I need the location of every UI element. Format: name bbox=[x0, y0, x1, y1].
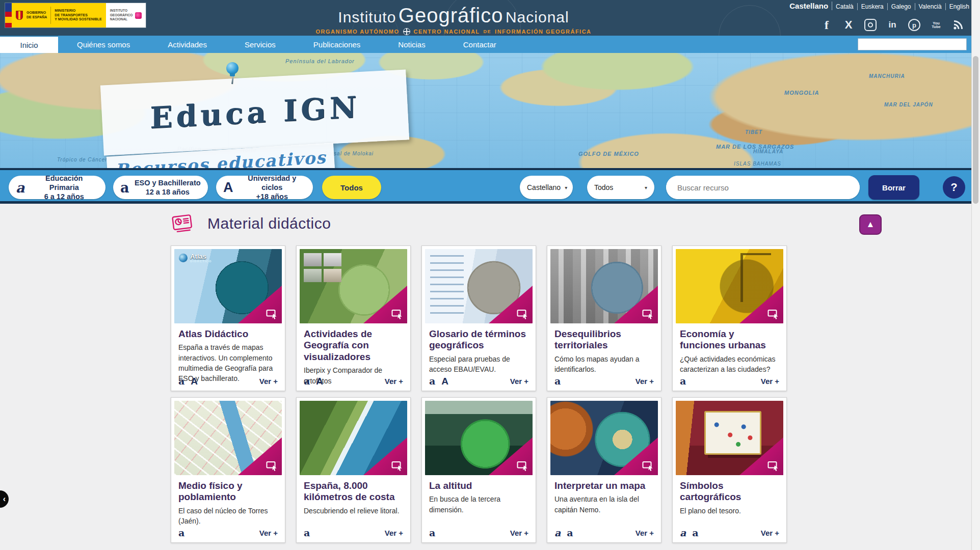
subtitle-informacion: Información Geográfica bbox=[495, 29, 591, 35]
x-twitter-icon[interactable]: X bbox=[842, 18, 855, 32]
filter-primaria-button[interactable]: a Educación Primaria6 a 12 años bbox=[9, 176, 105, 199]
banner-paper: Educa IGN bbox=[100, 69, 409, 155]
card-image[interactable] bbox=[550, 401, 658, 475]
facebook-icon[interactable]: f bbox=[820, 18, 833, 32]
resource-card: España, 8.000 kilómetros de costa Descub… bbox=[296, 397, 411, 543]
chevron-down-icon: ▾ bbox=[645, 185, 647, 190]
type-select[interactable]: Todos ▾ bbox=[587, 176, 654, 199]
youtube-icon[interactable]: YouTube bbox=[930, 18, 943, 32]
resource-search-input[interactable] bbox=[666, 176, 860, 199]
card-footer: a Ver + bbox=[554, 376, 654, 386]
filter-todos-button[interactable]: Todos bbox=[322, 176, 381, 199]
nav-inicio[interactable]: Inicio bbox=[0, 36, 58, 53]
level-icon-primaria: a bbox=[680, 528, 686, 538]
card-level-icons: aA bbox=[304, 376, 323, 386]
institute-label: INSTITUTO GEOGRÁFICO NACIONAL bbox=[110, 9, 133, 21]
level-icon-eso: a bbox=[178, 376, 184, 386]
filter-eso-button[interactable]: a ESO y Bachillerato12 a 18 años bbox=[113, 176, 208, 199]
card-image-detail bbox=[430, 255, 464, 317]
nav-contactar[interactable]: Contactar bbox=[444, 36, 515, 53]
logo-divider bbox=[50, 7, 51, 24]
card-image[interactable] bbox=[676, 249, 783, 323]
level-icon-eso: a bbox=[567, 528, 573, 538]
nav-quienes-somos[interactable]: Quiénes somos bbox=[58, 36, 149, 53]
educa-ign-banner: Península del Labrador Pacífico Norte Tr… bbox=[0, 53, 980, 168]
rss-icon[interactable] bbox=[951, 18, 965, 32]
card-image[interactable] bbox=[676, 401, 783, 475]
nav-publicaciones[interactable]: Publicaciones bbox=[295, 36, 380, 53]
card-footer: a Ver + bbox=[429, 528, 528, 538]
card-image-detail bbox=[740, 253, 771, 302]
spain-flag-strip bbox=[5, 3, 12, 28]
nav-actividades[interactable]: Actividades bbox=[149, 36, 226, 53]
primaria-label: Educación Primaria6 a 12 años bbox=[30, 174, 99, 201]
card-level-icons: aA bbox=[429, 376, 448, 386]
card-level-icons: aA bbox=[178, 376, 198, 386]
pinterest-icon[interactable]: p bbox=[908, 18, 921, 32]
card-footer: a Ver + bbox=[680, 376, 779, 386]
scrollbar-thumb[interactable] bbox=[973, 56, 978, 204]
resource-card: Glosario de términos geográficos Especia… bbox=[421, 245, 536, 391]
view-more-link[interactable]: Ver + bbox=[259, 529, 278, 537]
level-icon-eso: a bbox=[304, 528, 310, 538]
view-more-link[interactable]: Ver + bbox=[761, 529, 779, 537]
section-title: Material didáctico bbox=[207, 215, 331, 232]
language-select[interactable]: Castellano ▾ bbox=[520, 176, 573, 199]
resource-card: La altitud En busca de la tercera dimens… bbox=[421, 397, 536, 543]
language-galego[interactable]: Galego bbox=[888, 3, 915, 10]
card-image[interactable] bbox=[300, 401, 407, 475]
eso-label: ESO y Bachillerato12 a 18 años bbox=[135, 178, 201, 197]
instagram-icon[interactable] bbox=[864, 18, 877, 32]
subtitle-de: de bbox=[484, 29, 492, 34]
globe-decoration bbox=[719, 5, 781, 36]
filter-universidad-button[interactable]: A Universidad y ciclos+18 años bbox=[216, 176, 313, 199]
view-more-link[interactable]: Ver + bbox=[761, 377, 779, 386]
language-euskera[interactable]: Euskera bbox=[858, 3, 888, 10]
nav-search-input[interactable] bbox=[858, 38, 967, 50]
coat-of-arms-icon bbox=[16, 11, 23, 20]
card-footer: aA Ver + bbox=[304, 376, 403, 386]
language-valencia[interactable]: Valencià bbox=[915, 3, 946, 10]
resource-card: Actividades de Geografía con visualizado… bbox=[296, 245, 411, 391]
card-level-icons: a bbox=[680, 376, 686, 386]
view-more-link[interactable]: Ver + bbox=[385, 377, 403, 386]
resource-card: Interpretar un mapa Una aventura en la i… bbox=[547, 397, 661, 543]
linkedin-icon[interactable]: in bbox=[886, 18, 899, 32]
map-label: Península del Labrador bbox=[285, 58, 355, 64]
language-bar: Castellano Català Euskera Galego Valenci… bbox=[786, 2, 973, 10]
card-description: Descubriendo el relieve litoral. bbox=[304, 506, 403, 516]
clear-button[interactable]: Borrar bbox=[868, 175, 919, 200]
screen-cursor-icon bbox=[391, 309, 404, 320]
help-button[interactable]: ? bbox=[943, 176, 965, 199]
page-scrollbar[interactable] bbox=[971, 0, 980, 550]
collapse-up-button[interactable]: ▲ bbox=[859, 214, 882, 235]
view-more-link[interactable]: Ver + bbox=[635, 377, 654, 386]
view-more-link[interactable]: Ver + bbox=[259, 377, 278, 386]
view-more-link[interactable]: Ver + bbox=[510, 529, 528, 537]
card-image[interactable]: AtlasDIDÁCTICO bbox=[174, 249, 282, 323]
language-castellano[interactable]: Castellano bbox=[786, 2, 832, 10]
card-image[interactable] bbox=[300, 249, 407, 323]
card-image[interactable] bbox=[425, 401, 533, 475]
language-english[interactable]: English bbox=[946, 3, 973, 10]
card-image[interactable] bbox=[550, 249, 658, 323]
title-instituto: Instituto bbox=[338, 9, 396, 25]
resource-card: Símbolos cartográficos El plano del teso… bbox=[672, 397, 787, 543]
view-more-link[interactable]: Ver + bbox=[635, 529, 654, 537]
government-logo[interactable]: GOBIERNO DE ESPAÑA MINISTERIO DE TRANSPO… bbox=[5, 3, 146, 28]
filter-bar: a Educación Primaria6 a 12 años a ESO y … bbox=[0, 168, 980, 204]
language-catala[interactable]: Català bbox=[832, 3, 858, 10]
cnig-logo-icon bbox=[135, 12, 142, 19]
nav-noticias[interactable]: Noticias bbox=[379, 36, 444, 53]
banner-title: Educa IGN bbox=[150, 90, 360, 135]
language-select-value: Castellano bbox=[527, 183, 561, 191]
title-nacional: Nacional bbox=[506, 9, 569, 25]
screen-cursor-icon bbox=[767, 309, 780, 320]
view-more-link[interactable]: Ver + bbox=[510, 377, 528, 386]
card-description: Una aventura en la isla del capitán Nemo… bbox=[554, 494, 654, 515]
card-image[interactable] bbox=[425, 249, 533, 323]
card-image[interactable] bbox=[174, 401, 282, 475]
card-title: Interpretar un mapa bbox=[554, 480, 654, 491]
view-more-link[interactable]: Ver + bbox=[385, 529, 403, 537]
nav-servicios[interactable]: Servicios bbox=[226, 36, 295, 53]
